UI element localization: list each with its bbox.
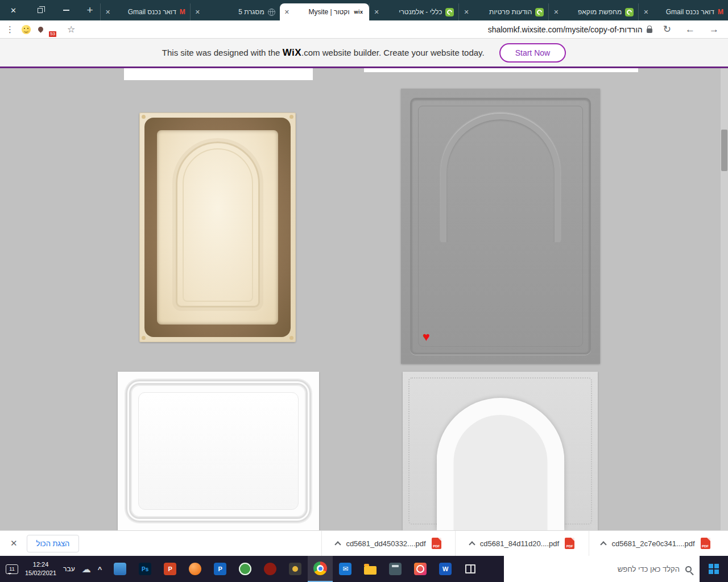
window-controls: ✕ xyxy=(0,0,80,20)
start-button[interactable] xyxy=(700,556,728,582)
browser-toolbar: ⋮ 53 ☆ shalomkf.wixsite.com/mysite/copy-… xyxy=(0,20,728,39)
tab-close-icon[interactable]: ✕ xyxy=(374,9,379,16)
window-restore-button[interactable] xyxy=(27,0,53,20)
red-app-icon[interactable] xyxy=(258,556,283,582)
smiley-extension-icon[interactable] xyxy=(22,25,31,34)
forum-favicon xyxy=(445,8,454,16)
orange-app-glyph xyxy=(189,563,201,575)
red-app-glyph xyxy=(264,563,276,575)
download-filename: cd5681_84d11d20....pdf xyxy=(480,539,559,548)
gold-app-icon[interactable] xyxy=(283,556,308,582)
start-now-button[interactable]: Start Now xyxy=(499,43,566,63)
back-button[interactable]: ← xyxy=(682,24,698,35)
tab-gmail-1[interactable]: ✕ דואר נכנס Gmail M xyxy=(100,3,190,20)
gold-app-glyph xyxy=(289,563,301,575)
download-item[interactable]: cd5681_dd450332....pdf PDF xyxy=(321,531,455,556)
forward-button[interactable]: → xyxy=(706,24,722,35)
tab-forum-general[interactable]: ✕ כללי - אלמנטרי xyxy=(369,3,459,20)
new-tab-button[interactable]: + xyxy=(80,0,100,20)
camera-app-icon[interactable] xyxy=(408,556,433,582)
green-app-icon[interactable] xyxy=(233,556,258,582)
tab-close-icon[interactable]: ✕ xyxy=(464,9,469,16)
scrollbar-thumb[interactable] xyxy=(721,130,727,171)
tab-forum-private-messages[interactable]: ✕ הודעות פרטיות xyxy=(458,3,548,20)
download-item[interactable]: cd5681_2c7e0c341....pdf PDF xyxy=(589,531,722,556)
taskbar-search-box[interactable]: הקלד כאן כדי לחפש xyxy=(504,556,700,582)
tab-frame5[interactable]: ✕ מסגרת 5 xyxy=(190,3,280,20)
page-scrollbar[interactable] xyxy=(721,68,728,530)
corner-ornament xyxy=(142,336,146,340)
search-icon xyxy=(685,566,692,572)
browser-window: ✕ + ✕ דואר נכנס Gmail M ✕ מסגרת 5 ✕ Mysi… xyxy=(0,0,728,582)
frame-image-beige[interactable] xyxy=(139,113,296,342)
clock-time: 12:24 xyxy=(33,560,49,569)
tab-close-icon[interactable]: ✕ xyxy=(284,9,289,16)
tab-close-icon[interactable]: ✕ xyxy=(643,9,648,16)
word-icon[interactable]: W xyxy=(433,556,458,582)
minimize-icon xyxy=(63,10,69,11)
tab-label: מחפשת מוקאפ xyxy=(562,8,622,16)
lock-icon[interactable] xyxy=(647,28,652,33)
frame-image-gray[interactable]: ♥ xyxy=(401,89,600,364)
address-bar[interactable]: shalomkf.wixsite.com/mysite/copy-of-הורד… xyxy=(488,25,652,34)
notification-center-icon[interactable]: 11 xyxy=(6,564,18,574)
download-menu-chevron-icon[interactable] xyxy=(335,541,341,547)
tab-strip: ✕ + ✕ דואר נכנס Gmail M ✕ מסגרת 5 ✕ Mysi… xyxy=(0,0,728,20)
pinned-extension-icon[interactable] xyxy=(37,26,44,33)
file-explorer-icon[interactable] xyxy=(107,556,133,582)
forum-favicon xyxy=(535,8,544,16)
bookmark-star-icon[interactable]: ☆ xyxy=(67,24,75,35)
task-view-icon[interactable] xyxy=(458,556,483,582)
show-hidden-icons-caret[interactable]: ^ xyxy=(98,565,102,573)
tab-close-icon[interactable]: ✕ xyxy=(195,9,200,16)
corner-ornament xyxy=(289,115,293,119)
wix-favicon: wix xyxy=(353,9,365,15)
download-filename: cd5681_2c7e0c341....pdf xyxy=(611,539,694,548)
tab-label: Mysite | וקטור xyxy=(293,8,350,16)
tab-label: דואר נכנס Gmail xyxy=(652,8,714,16)
onedrive-cloud-icon[interactable]: ☁ xyxy=(82,564,91,575)
language-indicator[interactable]: עבר xyxy=(63,565,75,573)
browser-menu-icon[interactable]: ⋮ xyxy=(6,24,14,35)
frame-image-silver[interactable] xyxy=(118,372,319,530)
windows-logo-icon xyxy=(709,564,719,574)
orange-app-icon[interactable] xyxy=(183,556,208,582)
publisher-icon[interactable]: P xyxy=(208,556,233,582)
mail-app-icon[interactable]: ✉ xyxy=(333,556,358,582)
photoshop-icon[interactable]: Ps xyxy=(133,556,158,582)
globe-favicon xyxy=(268,9,275,16)
extension-with-badge[interactable]: 53 xyxy=(51,25,60,34)
tab-close-icon[interactable]: ✕ xyxy=(105,9,110,16)
tab-forum-mockup[interactable]: ✕ מחפשת מוקאפ xyxy=(548,3,638,20)
tab-gmail-2[interactable]: ✕ דואר נכנס Gmail M xyxy=(638,3,728,20)
publisher-glyph: P xyxy=(214,563,226,575)
show-all-downloads-button[interactable]: הצגת הכול xyxy=(27,535,80,552)
download-menu-chevron-icon[interactable] xyxy=(601,541,607,547)
download-menu-chevron-icon[interactable] xyxy=(469,541,475,547)
powerpoint-icon[interactable]: P xyxy=(158,556,183,582)
calculator-icon[interactable] xyxy=(383,556,408,582)
folder-icon[interactable] xyxy=(358,556,383,582)
like-heart-icon[interactable]: ♥ xyxy=(423,331,430,343)
download-filename: cd5681_dd450332....pdf xyxy=(346,539,425,548)
corner-ornament xyxy=(142,115,146,119)
frame-image-arch[interactable] xyxy=(403,372,598,530)
forum-favicon xyxy=(625,8,634,16)
beige-frame-inner xyxy=(157,130,278,325)
banner-text-prefix: This site was designed with the xyxy=(162,48,283,57)
url-text[interactable]: shalomkf.wixsite.com/mysite/copy-of-הורד… xyxy=(488,25,643,34)
tab-close-icon[interactable]: ✕ xyxy=(553,9,559,16)
reload-button[interactable]: ↻ xyxy=(660,23,675,35)
window-minimize-button[interactable] xyxy=(53,0,80,20)
chrome-icon[interactable] xyxy=(308,556,333,582)
tab-label: הודעות פרטיות xyxy=(473,8,532,16)
system-tray: 11 12:24 15/02/2021 עבר ☁ ^ xyxy=(0,560,107,577)
window-close-button[interactable]: ✕ xyxy=(0,0,27,20)
downloads-close-button[interactable]: ✕ xyxy=(6,538,22,548)
wix-banner: This site was designed with the WiX.com … xyxy=(0,39,728,68)
white-arch-ornament xyxy=(436,398,564,530)
tab-mysite-active[interactable]: ✕ Mysite | וקטור wix xyxy=(280,3,369,20)
taskbar-clock[interactable]: 12:24 15/02/2021 xyxy=(25,560,56,577)
download-item[interactable]: cd5681_84d11d20....pdf PDF xyxy=(455,531,589,556)
banner-text-suffix: .com website builder. Create your websit… xyxy=(301,48,485,57)
